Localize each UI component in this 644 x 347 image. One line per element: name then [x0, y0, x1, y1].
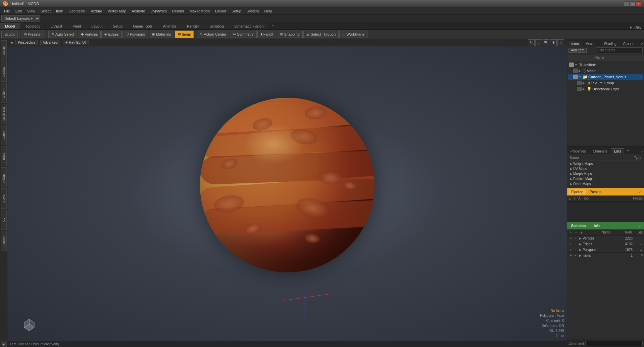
select-through-button[interactable]: ◎ Select Through	[303, 31, 339, 38]
expand-other-maps[interactable]: ▶	[570, 182, 573, 186]
menu-system[interactable]: System	[244, 8, 262, 14]
expand-uv-maps[interactable]: ▶	[570, 167, 573, 171]
sidebar-bottom-btn[interactable]: ◉	[1, 341, 7, 347]
tree-item-cartoon-planet[interactable]: ▼ 📁 Cartoon_Planet_Venus ↗	[568, 74, 643, 80]
menu-maxtomodo[interactable]: MaxToModo	[187, 8, 212, 14]
vp-zoom-btn[interactable]: 🔍	[543, 39, 549, 46]
list-row-weight-maps[interactable]: ▶ Weight Maps	[568, 161, 643, 166]
vp-refresh-btn[interactable]: ↻	[528, 39, 535, 46]
action-center-button[interactable]: ⊕ Action Center	[197, 31, 229, 38]
vis-toggle-texture-group[interactable]	[577, 81, 582, 85]
materials-button[interactable]: ◉ Materials	[149, 31, 174, 38]
sculpt-button[interactable]: Sculpt	[1, 31, 18, 38]
vp-settings-btn[interactable]: ⚙	[550, 39, 557, 46]
expand-weight-maps[interactable]: ▶	[570, 162, 573, 166]
falloff-button[interactable]: ◗ Falloff	[257, 31, 277, 38]
vertices-button[interactable]: ◆ Vertices	[78, 31, 101, 38]
pipeline-tab-presets[interactable]: Presets	[587, 189, 604, 194]
stats-edges-up[interactable]: ▶	[578, 242, 583, 246]
stats-minus-btn[interactable]: −	[574, 230, 579, 235]
stats-vertices-add[interactable]: +	[568, 236, 573, 241]
menu-item[interactable]: Item	[53, 8, 66, 14]
sidebar-tab-polygon[interactable]: Polygon	[1, 167, 7, 187]
stats-polygons-up[interactable]: ▶	[578, 247, 583, 252]
3d-viewport[interactable]: No Items Polygons : Face Channels: 0 Def…	[7, 46, 567, 341]
stats-polygons-minus[interactable]: −	[573, 247, 578, 252]
layout-dropdown[interactable]: Default Layouts ▾	[1, 15, 40, 21]
symmetry-button[interactable]: ⇔ Symmetry	[230, 31, 257, 38]
close-button[interactable]: ✕	[636, 1, 641, 6]
workplane-button[interactable]: ⊟ WorkPlane	[339, 31, 367, 38]
expand-mesh[interactable]: ▶	[579, 69, 582, 73]
menu-vertex-map[interactable]: Vertex Map	[105, 8, 129, 14]
vis-toggle-mesh[interactable]	[573, 69, 578, 73]
tab-game-tools[interactable]: Game Tools	[128, 23, 158, 29]
menu-animate[interactable]: Animate	[129, 8, 148, 14]
tab-groups[interactable]: Groups	[620, 41, 638, 46]
stats-polygons-add[interactable]: +	[568, 247, 573, 252]
tab-schematic-fusion[interactable]: Schematic Fusion	[229, 23, 268, 29]
stats-add-btn[interactable]: +	[568, 230, 573, 235]
stats-tab-statistics[interactable]: Statistics	[568, 223, 589, 228]
tree-item-directional-light[interactable]: ▶ 💡 Directional Light	[568, 86, 643, 92]
sidebar-tab-mesh-edit[interactable]: Mesh Edit	[1, 104, 7, 124]
vis-toggle-untitled[interactable]	[569, 62, 574, 67]
pipeline-expand[interactable]: ⤢	[638, 189, 643, 194]
tab-shading[interactable]: Shading	[601, 41, 620, 46]
sidebar-tab-uv[interactable]: UV	[1, 210, 7, 230]
stats-items-add[interactable]: +	[568, 253, 573, 258]
stats-edges-add[interactable]: +	[568, 242, 573, 246]
items-panel-expand[interactable]: ⤢	[639, 42, 644, 46]
expand-particle-maps[interactable]: ▶	[570, 177, 573, 181]
list-row-uv-maps[interactable]: ▶ UV Maps	[568, 166, 643, 171]
tab-setup[interactable]: Setup	[108, 23, 128, 29]
menu-edit[interactable]: Edit	[13, 8, 24, 14]
stats-items-minus[interactable]: −	[573, 253, 578, 258]
vis-toggle-cartoon-planet[interactable]	[573, 75, 578, 79]
menu-select[interactable]: Select	[38, 8, 53, 14]
expand-cartoon-planet[interactable]: ▼	[579, 75, 582, 79]
vp-expand-btn[interactable]: ⤢	[557, 39, 564, 46]
stats-vertices-minus[interactable]: −	[573, 236, 578, 241]
sidebar-tab-curve[interactable]: Curve	[1, 188, 7, 209]
advanced-button[interactable]: Advanced	[40, 40, 60, 45]
menu-view[interactable]: View	[24, 8, 38, 14]
tab-lists[interactable]: Lists	[611, 148, 625, 154]
tab-properties[interactable]: Properties	[567, 148, 589, 154]
tree-item-texture-group[interactable]: ▶ ⊞ Texture Group	[568, 80, 643, 86]
tab-items[interactable]: Items	[567, 41, 582, 46]
add-tab-button[interactable]: +	[269, 22, 277, 29]
stats-expand[interactable]: ⤢	[638, 223, 643, 228]
menu-help[interactable]: Help	[261, 8, 275, 14]
titlebar-controls[interactable]: ─ □ ✕	[624, 1, 641, 6]
tab-scripting[interactable]: Scripting	[204, 23, 229, 29]
sidebar-tab-sculpt[interactable]: Sculpt	[1, 40, 7, 60]
command-input[interactable]	[585, 341, 643, 346]
menu-geometry[interactable]: Geometry	[66, 8, 87, 14]
sidebar-tab-vertex[interactable]: Vertex	[1, 125, 7, 145]
stats-row-edges[interactable]: + − ▶ Edges 4192 ...	[567, 241, 644, 247]
tab-topology[interactable]: Topology	[20, 23, 45, 29]
stats-tab-info[interactable]: Info	[591, 223, 602, 228]
expand-directional-light[interactable]: ▶	[583, 87, 586, 91]
menu-render[interactable]: Render	[169, 8, 187, 14]
stats-up-btn[interactable]: ▲	[579, 230, 584, 235]
auto-select-button[interactable]: ↻ Auto Select	[48, 31, 77, 38]
sidebar-tab-display[interactable]: Display	[1, 61, 7, 82]
edges-button[interactable]: ◈ Edges	[101, 31, 121, 38]
add-props-tab[interactable]: +	[625, 148, 631, 154]
list-row-morph-maps[interactable]: ▶ Morph Maps	[568, 171, 643, 176]
polygons-button[interactable]: ⬡ Polygons	[122, 31, 148, 38]
stats-items-up[interactable]: ▶	[578, 253, 583, 258]
tab-model[interactable]: Model	[0, 23, 20, 29]
items-button[interactable]: ⊞ Items	[175, 31, 194, 38]
viewport-nav-prev[interactable]: ◀	[10, 41, 13, 44]
tab-channels[interactable]: Channels	[590, 148, 610, 154]
presets-button[interactable]: ⊞ Presets ▪	[21, 31, 46, 38]
list-row-particle-maps[interactable]: ▶ Particle Maps	[568, 176, 643, 181]
maximize-button[interactable]: □	[630, 1, 635, 6]
menu-dynamics[interactable]: Dynamics	[148, 8, 169, 14]
stats-row-vertices[interactable]: + − ▶ Vertices 2226 ...	[567, 235, 644, 241]
expand-texture-group[interactable]: ▶	[583, 81, 586, 85]
tab-mesh[interactable]: Mesh ...	[582, 41, 601, 46]
